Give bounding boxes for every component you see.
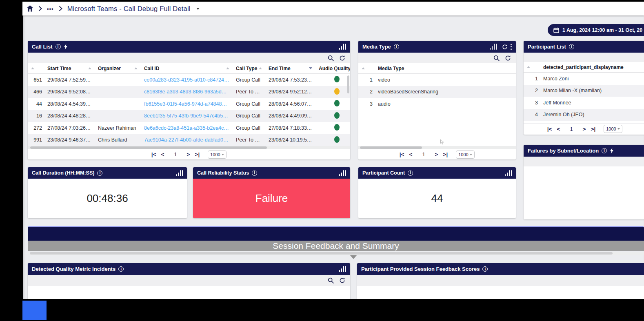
failures-panel: Failures by Subnet/Location: [524, 145, 644, 219]
table-row[interactable]: 1 Marco Zoni: [524, 73, 644, 85]
table-row[interactable]: 3 Jeff Monnee: [524, 97, 644, 109]
sort-icon[interactable]: [88, 67, 91, 69]
cell-participant-name: Marco Milan -X (mamilan): [540, 88, 644, 93]
section-collapse-icon[interactable]: [350, 255, 357, 259]
table-row[interactable]: 991 23/08/24 9:46:37 am Chris Bullard 7a…: [28, 134, 350, 146]
card-title: Call Reliability Status: [197, 170, 249, 176]
chart-toggle-icon[interactable]: [490, 44, 497, 50]
breadcrumb-ellipsis[interactable]: •••: [47, 6, 54, 12]
prev-page-button[interactable]: <: [409, 151, 412, 157]
table-row[interactable]: 1 video: [358, 74, 516, 86]
first-page-button[interactable]: |<: [400, 151, 404, 157]
column-header-media-type[interactable]: Media Type: [378, 66, 404, 71]
sort-icon[interactable]: [259, 67, 262, 69]
next-page-button[interactable]: >: [583, 126, 586, 132]
column-header-organizer[interactable]: Organizer: [98, 66, 121, 71]
lightning-icon[interactable]: [610, 148, 614, 154]
sort-desc-icon[interactable]: [309, 67, 312, 69]
title-dropdown-icon[interactable]: [196, 8, 200, 10]
column-header-end-time[interactable]: End Time: [269, 66, 291, 71]
chevron-right-icon: [59, 6, 62, 11]
page-title[interactable]: Microsoft Teams - Call Debug Full Detail: [67, 5, 191, 13]
last-page-button[interactable]: >|: [195, 151, 200, 157]
refresh-icon[interactable]: [505, 55, 511, 61]
quality-incidents-toolbar: [28, 275, 350, 286]
first-page-button[interactable]: |<: [547, 126, 552, 132]
row-index: 3: [358, 101, 375, 107]
page-size-select[interactable]: 1000: [208, 151, 227, 159]
sort-icon[interactable]: [134, 67, 138, 69]
column-header-start-time[interactable]: Start Time: [47, 66, 71, 71]
quality-incidents-body: [28, 286, 350, 299]
row-index: 466: [28, 89, 44, 95]
current-page: 1: [570, 126, 573, 132]
call-id-link[interactable]: fb6155e3-01f5-4a56-974d-a7484834339d: [141, 101, 233, 107]
info-icon[interactable]: [408, 170, 413, 176]
prev-page-button[interactable]: <: [557, 126, 560, 132]
horizontal-scrollbar[interactable]: [358, 146, 516, 149]
search-icon[interactable]: [328, 55, 334, 61]
chart-toggle-icon[interactable]: [339, 44, 346, 50]
search-icon[interactable]: [493, 55, 500, 61]
sort-icon[interactable]: [362, 67, 365, 69]
table-row[interactable]: 4 Jeremin Oh (JEO): [524, 109, 644, 121]
call-id-link[interactable]: 8e6a6cdc-23a8-451a-a335-b2ea4c30ebe6: [141, 125, 233, 131]
section-title-bar[interactable]: Session Feedback and Summary: [28, 241, 644, 251]
section-title: Session Feedback and Summary: [273, 241, 399, 251]
info-icon[interactable]: [252, 170, 257, 176]
info-icon[interactable]: [394, 44, 399, 49]
last-page-button[interactable]: >|: [591, 126, 596, 132]
chart-toggle-icon[interactable]: [339, 266, 346, 272]
call-id-link[interactable]: c8163f8e-a3b3-48d3-8f86-963a5d0632cd: [141, 89, 233, 95]
call-id-link[interactable]: 7ae9104a-227f-4b00-afde-dabfad021287: [141, 137, 233, 143]
table-row[interactable]: 651 29/08/24 7:52:59 pm ce00a283-d323-41…: [28, 74, 350, 86]
info-icon[interactable]: [602, 148, 607, 153]
column-header-displayname[interactable]: detected_participant_displayname: [543, 64, 624, 70]
column-header-call-type[interactable]: Call Type: [236, 66, 257, 71]
table-row[interactable]: 272 27/08/24 7:03:26 am Nazeer Rahiman 8…: [28, 122, 350, 134]
chart-toggle-icon[interactable]: [176, 170, 183, 176]
last-page-button[interactable]: >|: [443, 151, 448, 157]
horizontal-scrollbar[interactable]: [28, 252, 644, 255]
section-header-band: [28, 227, 644, 241]
info-icon[interactable]: [56, 44, 61, 49]
table-row[interactable]: 466 29/08/24 9:52:08 am c8163f8e-a3b3-48…: [28, 86, 350, 98]
column-header-audio-quality[interactable]: Audio Quality: [319, 66, 350, 71]
table-row[interactable]: 2 videoBasedScreenSharing: [358, 86, 516, 98]
table-row[interactable]: 16 28/08/24 4:48:28 pm 8eeb1f35-5f75-43f…: [28, 110, 350, 122]
refresh-icon[interactable]: [339, 55, 345, 61]
table-row[interactable]: 3 audio: [358, 98, 516, 110]
vertical-scrollbar[interactable]: [347, 75, 349, 93]
first-page-button[interactable]: |<: [151, 151, 156, 157]
chart-toggle-icon[interactable]: [505, 170, 512, 176]
next-page-button[interactable]: >: [435, 151, 438, 157]
table-row[interactable]: 44 28/08/24 4:54:39 pm fb6155e3-01f5-4a5…: [28, 98, 350, 110]
home-icon[interactable]: [27, 5, 33, 12]
info-icon[interactable]: [482, 266, 488, 272]
sort-icon[interactable]: [31, 67, 34, 69]
sort-icon[interactable]: [226, 67, 229, 69]
search-icon[interactable]: [328, 277, 334, 283]
page-size-select[interactable]: 1000: [604, 125, 622, 133]
prev-page-button[interactable]: <: [161, 151, 164, 157]
call-reliability-card: Call Reliability Status Failure: [193, 167, 350, 218]
call-id-link[interactable]: 8eeb1f35-5f75-43fb-9be9-547c4b5b9f4e: [141, 113, 233, 119]
date-range-picker[interactable]: 1 Aug, 2024 12:00 am - 31 Oct, 20: [548, 24, 644, 36]
table-row[interactable]: 2 Marco Milan -X (mamilan): [524, 85, 644, 97]
refresh-icon[interactable]: [502, 44, 508, 50]
audio-quality-indicator: [334, 100, 340, 106]
lightning-icon[interactable]: [64, 44, 68, 50]
call-id-link[interactable]: ce00a283-d323-4195-a010-c84724eb80e0: [141, 77, 233, 83]
more-options-icon[interactable]: [511, 44, 512, 50]
info-icon[interactable]: [97, 170, 102, 176]
sort-icon[interactable]: [527, 66, 530, 68]
page-size-select[interactable]: 1000: [456, 151, 475, 159]
column-header-call-id[interactable]: Call ID: [144, 66, 159, 71]
failures-header: Failures by Subnet/Location: [524, 145, 644, 157]
chart-toggle-icon[interactable]: [339, 170, 346, 176]
info-icon[interactable]: [569, 44, 574, 49]
info-icon[interactable]: [118, 266, 124, 272]
next-page-button[interactable]: >: [187, 151, 190, 157]
refresh-icon[interactable]: [339, 277, 345, 283]
horizontal-scrollbar[interactable]: [28, 146, 350, 149]
